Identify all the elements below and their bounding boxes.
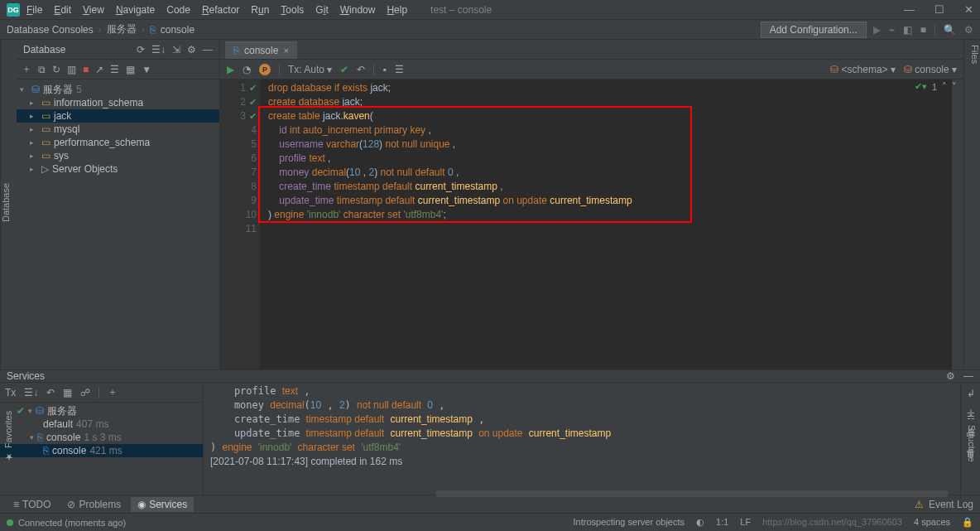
files-tool-stripe[interactable]: Files [963, 40, 980, 369]
chevron-down-icon[interactable]: ▾ [30, 433, 34, 442]
lock-icon[interactable]: 🔒 [962, 517, 973, 528]
services-row-console[interactable]: ▾ ⎘ console 1 s 3 ms [0, 431, 203, 444]
close-icon[interactable]: ✕ [964, 3, 973, 16]
debug-icon[interactable]: ⌁ [889, 24, 895, 36]
rollback-icon[interactable]: ↶ [46, 387, 55, 398]
tree-info-schema[interactable]: ▸ ▭ information_schema [17, 96, 219, 109]
disconnect-icon[interactable]: ■ [83, 64, 89, 75]
commit-icon[interactable]: ✔ [340, 64, 348, 75]
tree-mysql[interactable]: ▸ ▭ mysql [17, 123, 219, 136]
chevron-right-icon[interactable]: ▸ [30, 112, 38, 120]
cancel-icon[interactable]: ▪ [382, 64, 386, 75]
add-configuration-button[interactable]: Add Configuration... [761, 22, 867, 38]
chevron-right-icon[interactable]: ▸ [30, 125, 38, 133]
up-icon[interactable]: ˄ [942, 81, 947, 92]
table-icon[interactable]: ▦ [126, 64, 135, 75]
menu-refactor[interactable]: Refactor [202, 4, 239, 16]
chevron-down-icon[interactable]: ▾ [28, 407, 32, 415]
run-icon[interactable]: ▶ [873, 24, 881, 36]
stop-icon[interactable]: ■ [920, 24, 926, 36]
console-selector[interactable]: ⛁ console ▾ [904, 64, 957, 75]
maximize-icon[interactable]: ☐ [934, 3, 944, 16]
status-indent[interactable]: 4 spaces [914, 517, 950, 528]
inspection-widget[interactable]: ✔▾ 1 ˄ ˅ [915, 81, 957, 92]
favorites-tool-stripe[interactable]: ★ Favorites [0, 383, 17, 490]
schema-selector[interactable]: ⛁ <schema> ▾ [830, 64, 896, 75]
coverage-icon[interactable]: ◧ [903, 24, 912, 36]
rollback-icon[interactable]: ↶ [357, 64, 365, 75]
horizontal-scrollbar[interactable] [435, 490, 949, 497]
add-icon[interactable]: ＋ [108, 385, 118, 399]
view-icon[interactable]: ☰ [395, 64, 404, 75]
funnel-icon[interactable]: ▼ [142, 64, 151, 75]
history-icon[interactable]: ◔ [243, 64, 251, 75]
chevron-right-icon[interactable]: ▸ [30, 152, 38, 160]
tree-jack[interactable]: ▸ ▭ jack [17, 109, 219, 123]
app-logo: DG [7, 3, 20, 17]
services-output[interactable]: profile text , money decimal(10 , 2) not… [204, 383, 960, 499]
chevron-down-icon[interactable]: ▾ [20, 85, 28, 94]
tree-item-label: Server Objects [52, 163, 118, 175]
view-icon[interactable]: ▦ [63, 387, 72, 398]
status-pos[interactable]: 1:1 [716, 517, 728, 528]
chevron-right-icon[interactable]: ▸ [30, 165, 38, 173]
breadcrumb-3[interactable]: console [161, 24, 195, 36]
execute-icon[interactable]: ▶ [227, 64, 234, 75]
structure-tool-stripe[interactable]: ☷ Structure [963, 383, 980, 490]
code-area[interactable]: drop database if exists jack; create dat… [260, 80, 952, 369]
editor-body[interactable]: 1✔ 2✔ 3✔ 4 5 6 7 8 9 10 11 drop database… [220, 80, 963, 369]
breadcrumb-2[interactable]: 服务器 [107, 22, 137, 36]
menu-run[interactable]: Run [251, 4, 269, 16]
menu-edit[interactable]: Edit [54, 4, 71, 16]
services-row-default[interactable]: default 407 ms [0, 418, 203, 431]
chevron-right-icon[interactable]: ▸ [30, 138, 38, 147]
tab-label: Problems [79, 499, 121, 510]
schema-icon: ▭ [41, 150, 50, 162]
menu-window[interactable]: Window [340, 4, 376, 16]
menu-help[interactable]: Help [387, 4, 407, 16]
search-icon[interactable]: 🔍 [944, 24, 956, 36]
tree-sys[interactable]: ▸ ▭ sys [17, 149, 219, 162]
services-row-server[interactable]: ✔ ▾ ⛁ 服务器 [0, 404, 203, 418]
hide-icon[interactable]: ― [963, 370, 973, 382]
tree-server-objects[interactable]: ▸ ▷ Server Objects [17, 162, 219, 176]
explain-icon[interactable]: P [259, 64, 271, 75]
menu-file[interactable]: File [26, 4, 42, 16]
minimize-icon[interactable]: ― [904, 3, 915, 16]
jump-icon[interactable]: ↗ [95, 64, 103, 75]
database-tool-stripe[interactable]: Database [0, 40, 17, 369]
refresh-icon[interactable]: ↻ [52, 64, 60, 75]
tree-server-row[interactable]: ▾ ⛁ 服务器 5 [17, 83, 219, 96]
hide-icon[interactable]: ― [203, 44, 213, 56]
breadcrumb-1[interactable]: Database Consoles [7, 24, 94, 36]
tree-perf-schema[interactable]: ▸ ▭ performance_schema [17, 136, 219, 149]
services-row-console-child[interactable]: ⎘ console 421 ms [0, 444, 203, 457]
status-lf[interactable]: LF [740, 517, 751, 528]
sync-icon[interactable]: ⟳ [137, 44, 145, 56]
event-log-button[interactable]: Event Log [929, 499, 973, 510]
new-icon[interactable]: ＋ [22, 62, 31, 76]
commit-icon[interactable]: ☰↓ [24, 387, 38, 398]
menu-navigate[interactable]: Navigate [116, 4, 155, 16]
gear-icon[interactable]: ⚙ [946, 370, 955, 382]
tx-icon[interactable]: ☰ [110, 64, 119, 75]
settings-icon[interactable]: ⚙ [964, 24, 973, 36]
tab-problems[interactable]: ⊘Problems [60, 497, 127, 512]
editor-tab-console[interactable]: ⎘ console × [225, 41, 297, 59]
menu-git[interactable]: Git [315, 4, 328, 16]
favorite-icon[interactable]: ☍ [80, 387, 90, 398]
tab-todo[interactable]: ≡TODO [7, 497, 57, 512]
gear-icon[interactable]: ⚙ [187, 44, 196, 56]
menu-code[interactable]: Code [166, 4, 190, 16]
duplicate-icon[interactable]: ⧉ [38, 64, 46, 75]
tx-mode-select[interactable]: Tx: Auto ▾ [288, 64, 332, 75]
chevron-right-icon[interactable]: ▸ [30, 99, 38, 107]
filter-icon[interactable]: ☰↓ [151, 44, 166, 56]
close-tab-icon[interactable]: × [283, 46, 288, 56]
menu-tools[interactable]: Tools [281, 4, 304, 16]
down-icon[interactable]: ˅ [952, 81, 957, 92]
ddl-icon[interactable]: ▥ [67, 64, 76, 75]
tab-services[interactable]: ◉Services [131, 497, 194, 512]
menu-view[interactable]: View [83, 4, 104, 16]
collapse-icon[interactable]: ⇲ [172, 44, 180, 56]
